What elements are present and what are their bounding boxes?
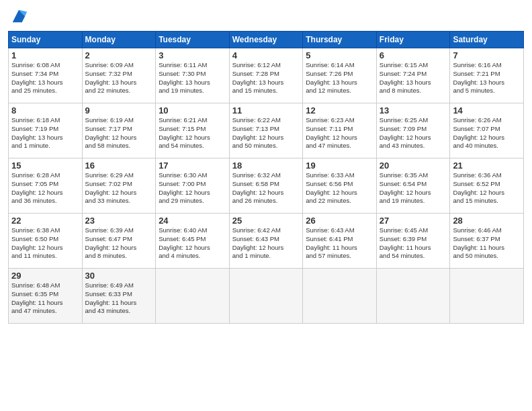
calendar-cell: 14Sunrise: 6:26 AM Sunset: 7:07 PM Dayli… (450, 103, 524, 158)
day-number: 22 (11, 216, 79, 226)
calendar-cell: 10Sunrise: 6:21 AM Sunset: 7:15 PM Dayli… (156, 103, 230, 158)
day-number: 16 (85, 161, 153, 171)
day-number: 11 (232, 105, 300, 116)
calendar-cell (303, 269, 377, 324)
calendar-cell: 28Sunrise: 6:46 AM Sunset: 6:37 PM Dayli… (450, 214, 524, 269)
weekday-header-saturday: Saturday (450, 32, 524, 48)
header (8, 7, 524, 26)
day-info: Sunrise: 6:38 AM Sunset: 6:50 PM Dayligh… (11, 226, 79, 261)
day-number: 9 (85, 105, 153, 116)
day-info: Sunrise: 6:40 AM Sunset: 6:45 PM Dayligh… (159, 226, 226, 261)
weekday-header-thursday: Thursday (303, 32, 377, 48)
calendar-cell: 22Sunrise: 6:38 AM Sunset: 6:50 PM Dayli… (9, 214, 83, 269)
calendar-cell: 1Sunrise: 6:08 AM Sunset: 7:34 PM Daylig… (9, 48, 83, 103)
day-info: Sunrise: 6:42 AM Sunset: 6:43 PM Dayligh… (232, 226, 300, 261)
calendar-cell: 8Sunrise: 6:18 AM Sunset: 7:19 PM Daylig… (9, 103, 83, 158)
day-info: Sunrise: 6:48 AM Sunset: 6:35 PM Dayligh… (11, 281, 79, 316)
calendar-cell: 7Sunrise: 6:16 AM Sunset: 7:21 PM Daylig… (450, 48, 524, 103)
day-number: 26 (306, 216, 373, 226)
calendar-table: SundayMondayTuesdayWednesdayThursdayFrid… (8, 31, 524, 324)
logo-icon (9, 7, 28, 26)
day-info: Sunrise: 6:21 AM Sunset: 7:15 PM Dayligh… (159, 116, 226, 150)
calendar-cell: 19Sunrise: 6:33 AM Sunset: 6:56 PM Dayli… (303, 158, 377, 214)
day-number: 15 (11, 161, 79, 171)
calendar-cell: 24Sunrise: 6:40 AM Sunset: 6:45 PM Dayli… (156, 214, 230, 269)
calendar-cell: 2Sunrise: 6:09 AM Sunset: 7:32 PM Daylig… (82, 48, 156, 103)
day-number: 23 (85, 216, 153, 226)
day-info: Sunrise: 6:16 AM Sunset: 7:21 PM Dayligh… (453, 61, 521, 95)
calendar-cell: 17Sunrise: 6:30 AM Sunset: 7:00 PM Dayli… (156, 158, 230, 214)
calendar-cell: 15Sunrise: 6:28 AM Sunset: 7:05 PM Dayli… (9, 158, 83, 214)
day-number: 13 (380, 105, 447, 116)
day-info: Sunrise: 6:43 AM Sunset: 6:41 PM Dayligh… (306, 226, 373, 261)
calendar-cell: 26Sunrise: 6:43 AM Sunset: 6:41 PM Dayli… (303, 214, 377, 269)
day-info: Sunrise: 6:22 AM Sunset: 7:13 PM Dayligh… (232, 116, 300, 150)
calendar-cell: 23Sunrise: 6:39 AM Sunset: 6:47 PM Dayli… (82, 214, 156, 269)
day-info: Sunrise: 6:26 AM Sunset: 7:07 PM Dayligh… (453, 116, 521, 150)
calendar-cell: 16Sunrise: 6:29 AM Sunset: 7:02 PM Dayli… (82, 158, 156, 214)
day-number: 7 (453, 50, 521, 60)
calendar-cell: 12Sunrise: 6:23 AM Sunset: 7:11 PM Dayli… (303, 103, 377, 158)
day-number: 27 (380, 216, 447, 226)
calendar-cell: 18Sunrise: 6:32 AM Sunset: 6:58 PM Dayli… (229, 158, 303, 214)
day-number: 3 (159, 50, 226, 60)
weekday-header-friday: Friday (376, 32, 450, 48)
day-number: 19 (306, 161, 373, 171)
day-info: Sunrise: 6:33 AM Sunset: 6:56 PM Dayligh… (306, 171, 373, 205)
calendar-cell (376, 269, 450, 324)
day-number: 30 (85, 271, 153, 281)
calendar-week-row: 15Sunrise: 6:28 AM Sunset: 7:05 PM Dayli… (9, 158, 524, 214)
calendar-cell: 21Sunrise: 6:36 AM Sunset: 6:52 PM Dayli… (450, 158, 524, 214)
weekday-header-tuesday: Tuesday (156, 32, 230, 48)
main-container: SundayMondayTuesdayWednesdayThursdayFrid… (0, 0, 532, 330)
calendar-week-row: 1Sunrise: 6:08 AM Sunset: 7:34 PM Daylig… (9, 48, 524, 103)
day-info: Sunrise: 6:08 AM Sunset: 7:34 PM Dayligh… (11, 61, 79, 95)
day-info: Sunrise: 6:30 AM Sunset: 7:00 PM Dayligh… (159, 171, 226, 205)
day-number: 10 (159, 105, 226, 116)
day-number: 5 (306, 50, 373, 60)
day-info: Sunrise: 6:15 AM Sunset: 7:24 PM Dayligh… (380, 61, 447, 95)
day-info: Sunrise: 6:25 AM Sunset: 7:09 PM Dayligh… (380, 116, 447, 150)
calendar-cell: 5Sunrise: 6:14 AM Sunset: 7:26 PM Daylig… (303, 48, 377, 103)
weekday-header-monday: Monday (82, 32, 156, 48)
day-info: Sunrise: 6:45 AM Sunset: 6:39 PM Dayligh… (380, 226, 447, 261)
day-number: 21 (453, 161, 521, 171)
calendar-cell (156, 269, 230, 324)
calendar-cell: 25Sunrise: 6:42 AM Sunset: 6:43 PM Dayli… (229, 214, 303, 269)
day-number: 29 (11, 271, 79, 281)
day-info: Sunrise: 6:12 AM Sunset: 7:28 PM Dayligh… (232, 61, 300, 95)
day-number: 17 (159, 161, 226, 171)
day-info: Sunrise: 6:39 AM Sunset: 6:47 PM Dayligh… (85, 226, 153, 261)
day-number: 20 (380, 161, 447, 171)
day-number: 24 (159, 216, 226, 226)
calendar-cell: 20Sunrise: 6:35 AM Sunset: 6:54 PM Dayli… (376, 158, 450, 214)
day-number: 8 (11, 105, 79, 116)
calendar-cell: 13Sunrise: 6:25 AM Sunset: 7:09 PM Dayli… (376, 103, 450, 158)
day-info: Sunrise: 6:36 AM Sunset: 6:52 PM Dayligh… (453, 171, 521, 205)
calendar-cell: 27Sunrise: 6:45 AM Sunset: 6:39 PM Dayli… (376, 214, 450, 269)
day-info: Sunrise: 6:11 AM Sunset: 7:30 PM Dayligh… (159, 61, 226, 95)
day-info: Sunrise: 6:14 AM Sunset: 7:26 PM Dayligh… (306, 61, 373, 95)
day-info: Sunrise: 6:29 AM Sunset: 7:02 PM Dayligh… (85, 171, 153, 205)
calendar-cell: 6Sunrise: 6:15 AM Sunset: 7:24 PM Daylig… (376, 48, 450, 103)
calendar-cell: 9Sunrise: 6:19 AM Sunset: 7:17 PM Daylig… (82, 103, 156, 158)
day-info: Sunrise: 6:32 AM Sunset: 6:58 PM Dayligh… (232, 171, 300, 205)
day-number: 4 (232, 50, 300, 60)
calendar-cell (229, 269, 303, 324)
calendar-week-row: 22Sunrise: 6:38 AM Sunset: 6:50 PM Dayli… (9, 214, 524, 269)
calendar-cell: 29Sunrise: 6:48 AM Sunset: 6:35 PM Dayli… (9, 269, 83, 324)
logo (8, 7, 28, 26)
calendar-cell: 30Sunrise: 6:49 AM Sunset: 6:33 PM Dayli… (82, 269, 156, 324)
calendar-cell (450, 269, 524, 324)
day-number: 14 (453, 105, 521, 116)
day-number: 25 (232, 216, 300, 226)
calendar-week-row: 29Sunrise: 6:48 AM Sunset: 6:35 PM Dayli… (9, 269, 524, 324)
day-number: 1 (11, 50, 79, 60)
weekday-header-row: SundayMondayTuesdayWednesdayThursdayFrid… (9, 32, 524, 48)
day-number: 12 (306, 105, 373, 116)
calendar-cell: 11Sunrise: 6:22 AM Sunset: 7:13 PM Dayli… (229, 103, 303, 158)
weekday-header-wednesday: Wednesday (229, 32, 303, 48)
day-info: Sunrise: 6:46 AM Sunset: 6:37 PM Dayligh… (453, 226, 521, 261)
day-info: Sunrise: 6:35 AM Sunset: 6:54 PM Dayligh… (380, 171, 447, 205)
calendar-cell: 3Sunrise: 6:11 AM Sunset: 7:30 PM Daylig… (156, 48, 230, 103)
